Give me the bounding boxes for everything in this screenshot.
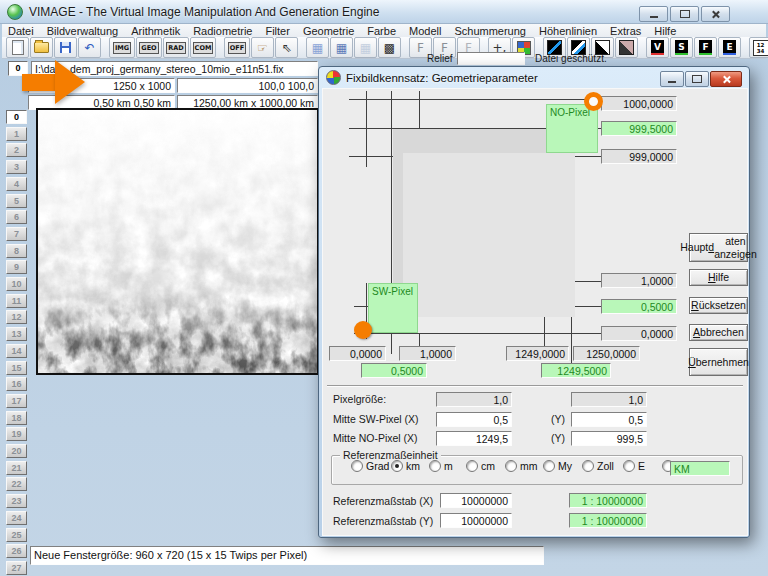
annotation-sw-dot bbox=[354, 321, 372, 339]
dialog-maximize-button[interactable] bbox=[685, 71, 709, 87]
sw-x-input[interactable]: 0,5 bbox=[436, 412, 512, 427]
slot-button-7[interactable]: 7 bbox=[6, 227, 27, 241]
menu-item-filter[interactable]: Filter bbox=[265, 25, 289, 37]
slot-button-3[interactable]: 3 bbox=[6, 160, 27, 174]
slot-button-1[interactable]: 1 bbox=[6, 127, 27, 141]
window-controls bbox=[639, 6, 730, 22]
menu-item-schummerung[interactable]: Schummerung bbox=[454, 25, 526, 37]
pan-hand-icon[interactable]: ☞ bbox=[251, 37, 274, 58]
menu-item-bildverwaltung[interactable]: Bildverwaltung bbox=[47, 25, 119, 37]
menu-item-h-henlinien[interactable]: Höhenlinien bbox=[539, 25, 597, 37]
no-y-input[interactable]: 999,5 bbox=[571, 431, 647, 446]
rad-mode-button[interactable]: RAD bbox=[163, 37, 189, 58]
slot-button-10[interactable]: 10 bbox=[6, 277, 27, 291]
-bernehmen-button[interactable]: Übernehmen bbox=[689, 348, 748, 376]
unit-radio-mm[interactable]: mm bbox=[505, 460, 538, 472]
slot-button-19[interactable]: 19 bbox=[6, 427, 27, 441]
unit-radio-m[interactable]: m bbox=[429, 460, 453, 472]
slot-button-11[interactable]: 11 bbox=[6, 294, 27, 308]
slot-button-25[interactable]: 25 bbox=[6, 528, 27, 542]
maximize-button[interactable] bbox=[670, 6, 699, 22]
slot-button-0[interactable]: 0 bbox=[6, 110, 27, 124]
slot-button-6[interactable]: 6 bbox=[6, 210, 27, 224]
radio-dot bbox=[351, 460, 363, 472]
diagram-line bbox=[349, 99, 603, 100]
scale-x-input[interactable]: 10000000 bbox=[440, 493, 512, 508]
sw-y-input[interactable]: 0,5 bbox=[571, 412, 647, 427]
slot-button-15[interactable]: 15 bbox=[6, 361, 27, 375]
save-icon[interactable] bbox=[54, 37, 77, 58]
scale-y-input[interactable]: 10000000 bbox=[440, 513, 512, 528]
app-icon bbox=[7, 4, 23, 20]
slot-button-23[interactable]: 23 bbox=[6, 494, 27, 508]
slot-button-13[interactable]: 13 bbox=[6, 327, 27, 341]
grid-faint-icon[interactable]: ▦ bbox=[354, 37, 377, 58]
slot-button-18[interactable]: 18 bbox=[6, 411, 27, 425]
grid-light-icon[interactable]: ▦ bbox=[306, 37, 329, 58]
hauptdaten-anzeigen-button[interactable]: Hauptdaten anzeigen bbox=[689, 233, 748, 262]
com-mode-button[interactable]: COM bbox=[190, 37, 216, 58]
r-cksetzen-button[interactable]: Rücksetzen bbox=[689, 297, 748, 314]
s-channel-icon[interactable]: S bbox=[670, 37, 693, 58]
unit-radio-e[interactable]: E bbox=[623, 460, 645, 472]
menu-item-extras[interactable]: Extras bbox=[610, 25, 641, 37]
unit-radio-km[interactable]: km bbox=[391, 460, 420, 472]
menu-item-arithmetik[interactable]: Arithmetik bbox=[131, 25, 180, 37]
img-mode-button[interactable]: IMG bbox=[109, 37, 135, 58]
unit-radio-zoll[interactable]: Zoll bbox=[582, 460, 614, 472]
slot-button-17[interactable]: 17 bbox=[6, 394, 27, 408]
toolbar: ↶IMGGEORADCOMOFF☞⇖▦▦▦▩FFF+,VSFE12341234✱… bbox=[2, 37, 766, 59]
grid-dark-icon[interactable]: ▩ bbox=[378, 37, 401, 58]
numbers-icon[interactable]: 1234 bbox=[749, 37, 768, 58]
no-x-input[interactable]: 1249,5 bbox=[436, 431, 512, 446]
menu-item-radiometrie[interactable]: Radiometrie bbox=[193, 25, 252, 37]
glyph: F bbox=[441, 42, 448, 54]
geo-mode-button[interactable]: GEO bbox=[136, 37, 162, 58]
relief-field[interactable] bbox=[457, 52, 525, 65]
open-folder-icon[interactable] bbox=[30, 37, 53, 58]
menu-item-hilfe[interactable]: Hilfe bbox=[654, 25, 676, 37]
slot-button-24[interactable]: 24 bbox=[6, 511, 27, 525]
slot-button-27[interactable]: 27 bbox=[6, 561, 27, 575]
off-button[interactable]: OFF bbox=[224, 37, 250, 58]
slot-button-5[interactable]: 5 bbox=[6, 194, 27, 208]
slot-button-20[interactable]: 20 bbox=[6, 444, 27, 458]
unit-radio-my[interactable]: My bbox=[543, 460, 572, 472]
unit-radio-cm[interactable]: cm bbox=[466, 460, 495, 472]
slope-4-icon[interactable] bbox=[615, 37, 638, 58]
new-file-icon[interactable] bbox=[6, 37, 29, 58]
dialog-close-button[interactable] bbox=[710, 71, 742, 87]
menu-item-modell[interactable]: Modell bbox=[409, 25, 441, 37]
v-channel-icon[interactable]: V bbox=[646, 37, 669, 58]
slot-button-16[interactable]: 16 bbox=[6, 377, 27, 391]
undo-icon[interactable]: ↶ bbox=[78, 37, 101, 58]
slot-button-14[interactable]: 14 bbox=[6, 344, 27, 358]
no-pixel-box: NO-Pixel bbox=[546, 104, 598, 153]
menu-item-datei[interactable]: Datei bbox=[8, 25, 34, 37]
dialog-minimize-button[interactable] bbox=[660, 71, 684, 87]
letter-glyph: V bbox=[651, 40, 664, 55]
slot-button-2[interactable]: 2 bbox=[6, 143, 27, 157]
grid-medium-icon[interactable]: ▦ bbox=[330, 37, 353, 58]
slot-button-4[interactable]: 4 bbox=[6, 177, 27, 191]
close-button[interactable] bbox=[701, 6, 730, 22]
slot-button-22[interactable]: 22 bbox=[6, 477, 27, 491]
coord-field-right-2: 999,0000 bbox=[601, 149, 677, 164]
f-channel-icon[interactable]: F bbox=[694, 37, 717, 58]
slot-button-9[interactable]: 9 bbox=[6, 260, 27, 274]
hilfe-button[interactable]: Hilfe bbox=[689, 269, 748, 286]
unit-radio-grad[interactable]: Grad bbox=[351, 460, 389, 472]
select-arrow-icon[interactable]: ⇖ bbox=[275, 37, 298, 58]
e-channel-icon[interactable]: E bbox=[718, 37, 741, 58]
slot-button-26[interactable]: 26 bbox=[6, 544, 27, 558]
abbrechen-button[interactable]: Abbrechen bbox=[689, 324, 748, 341]
menu-item-geometrie[interactable]: Geometrie bbox=[303, 25, 354, 37]
minimize-button[interactable] bbox=[639, 6, 668, 22]
radio-dot bbox=[505, 460, 517, 472]
slot-button-8[interactable]: 8 bbox=[6, 244, 27, 258]
coord-field-right-0: 1000,0000 bbox=[601, 96, 677, 111]
slot-button-12[interactable]: 12 bbox=[6, 310, 27, 324]
slot-button-21[interactable]: 21 bbox=[6, 461, 27, 475]
image-viewport[interactable] bbox=[36, 108, 319, 375]
menu-item-farbe[interactable]: Farbe bbox=[367, 25, 396, 37]
